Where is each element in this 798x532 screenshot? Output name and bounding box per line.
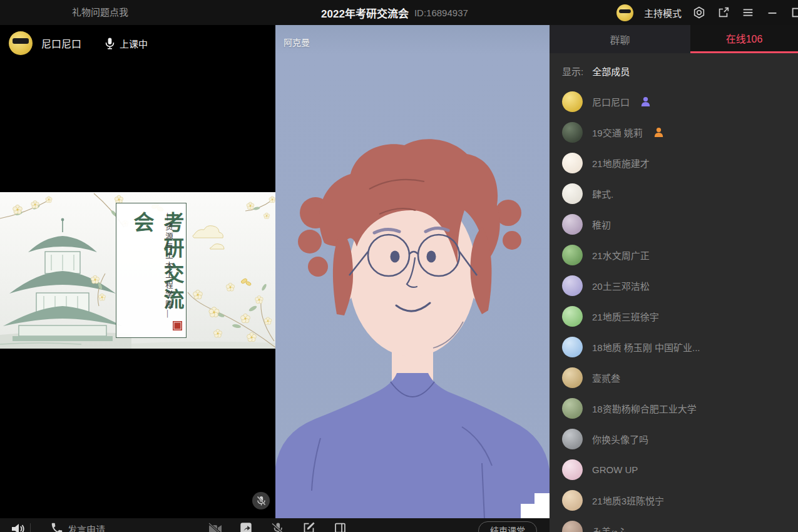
member-avatar [562,306,583,327]
member-row[interactable]: 18地质 杨玉刚 中国矿业... [550,332,798,362]
filter-label: 显示: [562,64,583,78]
cloud-motifs [193,226,224,249]
seal-stamp [173,321,182,330]
member-row[interactable]: 肆式. [550,178,798,209]
member-row[interactable]: GROW UP [550,454,798,485]
member-avatar [562,214,583,235]
menu-icon[interactable] [741,6,755,19]
slide-main-title: 考研交流会 [127,212,187,337]
member-avatar [562,183,583,204]
member-name: 21水文周广正 [592,248,650,262]
member-avatar [562,245,583,265]
slide-title-box: 考研交流会 —资源与土木工程学院— [116,203,187,338]
pagoda-illustration [0,218,122,344]
mic-icon [105,38,115,49]
member-name: 肆式. [592,187,613,200]
members-panel: 群聊 在线106 显示: 全部成员 尼口尼口 19交通 姚莉 [550,25,798,532]
titlebar: 礼物问题点我 2022年考研交流会 ID:16894937 主持模式 [0,0,798,25]
slide-side-title: —资源与土木工程学院— [163,213,175,332]
speaker-name-label: 阿克曼 [284,36,310,48]
phone-icon[interactable] [50,521,64,532]
member-name: 18资勘杨柳合肥工业大学 [592,402,697,415]
popout-icon[interactable] [717,6,730,19]
member-name: 尼口尼口 [592,95,630,108]
gift-question-link[interactable]: 礼物问题点我 [72,0,128,25]
member-name: GROW UP [592,464,638,475]
host-mode-label[interactable]: 主持模式 [644,6,682,19]
member-name: 21地质3班陈悦宁 [592,494,664,507]
member-filter-row: 显示: 全部成员 [550,53,798,86]
host-video-panel: 尼口尼口 上课中 [0,25,275,532]
minimize-icon[interactable] [765,6,779,19]
member-name: 21地质施建才 [592,156,650,170]
class-status: 上课中 [105,37,148,50]
member-row[interactable]: 21水文周广正 [550,240,798,270]
member-row[interactable]: 20土三邓洁松 [550,270,798,301]
member-avatar [562,153,583,173]
member-row[interactable]: 19交通 姚莉 [550,117,798,148]
member-name: 你换头像了吗 [592,432,648,446]
member-name: 壹贰叁 [592,371,620,384]
host-avatar [9,31,33,55]
member-name: み恙℘ふ [592,524,627,532]
camera-off-icon[interactable] [208,521,223,532]
member-avatar [562,275,583,296]
titlebar-right: 主持模式 [616,0,798,25]
layout-icon[interactable] [334,521,347,532]
member-avatar [562,91,583,112]
filter-value-dropdown[interactable]: 全部成员 [592,64,630,78]
member-row[interactable]: 稚初 [550,209,798,240]
member-avatar [562,490,583,511]
tab-group-chat[interactable]: 群聊 [550,25,690,53]
toolbar-divider [30,523,31,532]
member-avatar [562,521,583,532]
host-row: 尼口尼口 上课中 [9,31,148,55]
member-name: 18地质 杨玉刚 中国矿业... [592,340,700,354]
room-id: ID:16894937 [414,8,468,18]
avatar[interactable] [616,4,633,21]
screen-share-icon[interactable] [239,521,253,532]
member-row[interactable]: 你换头像了吗 [550,424,798,454]
person-badge-icon [640,96,652,108]
mic-muted-indicator [252,492,270,509]
panel-tabs: 群聊 在线106 [550,25,798,53]
member-avatar [562,337,583,357]
member-avatar [562,122,583,143]
tab-online-members[interactable]: 在线106 [690,25,798,53]
member-name: 19交通 姚莉 [592,126,643,139]
member-avatar [562,429,583,449]
member-avatar [562,398,583,419]
classroom-app: 礼物问题点我 2022年考研交流会 ID:16894937 主持模式 [0,0,798,532]
speaker-cartoon-avatar [275,25,550,518]
speaker-video: 阿克曼 [275,25,550,518]
room-title-group: 2022年考研交流会 ID:16894937 [321,0,468,25]
host-name: 尼口尼口 [41,36,81,51]
slide-preview: 考研交流会 —资源与土木工程学院— [0,192,275,349]
member-row[interactable]: 壹贰叁 [550,362,798,393]
annotate-icon[interactable] [302,521,315,532]
member-row[interactable]: 21地质3班陈悦宁 [550,485,798,516]
bottom-toolbar: 发言申请 结束课堂 [0,518,550,532]
member-name: 20土三邓洁松 [592,279,650,292]
settings-icon[interactable] [692,6,706,19]
member-name: 稚初 [592,218,611,231]
end-class-button[interactable]: 结束课堂 [478,521,537,532]
member-row[interactable]: み恙℘ふ [550,516,798,532]
mic-off-icon[interactable] [270,521,285,532]
member-avatar [562,367,583,388]
mic-muted-icon [257,496,266,506]
speaker-icon[interactable] [10,521,25,532]
member-role-badge [640,96,652,108]
member-row[interactable]: 21地质三班徐宇 [550,301,798,332]
speak-request-label[interactable]: 发言申请 [68,523,105,532]
member-name: 21地质三班徐宇 [592,310,659,323]
maximize-icon[interactable] [790,6,798,19]
member-list: 尼口尼口 19交通 姚莉 21地质施建才 [550,86,798,532]
member-row[interactable]: 18资勘杨柳合肥工业大学 [550,393,798,424]
member-row[interactable]: 尼口尼口 [550,86,798,117]
person-badge-icon [653,126,665,138]
member-avatar [562,459,583,480]
room-title: 2022年考研交流会 [321,5,409,21]
member-row[interactable]: 21地质施建才 [550,148,798,178]
member-role-badge [653,126,665,138]
